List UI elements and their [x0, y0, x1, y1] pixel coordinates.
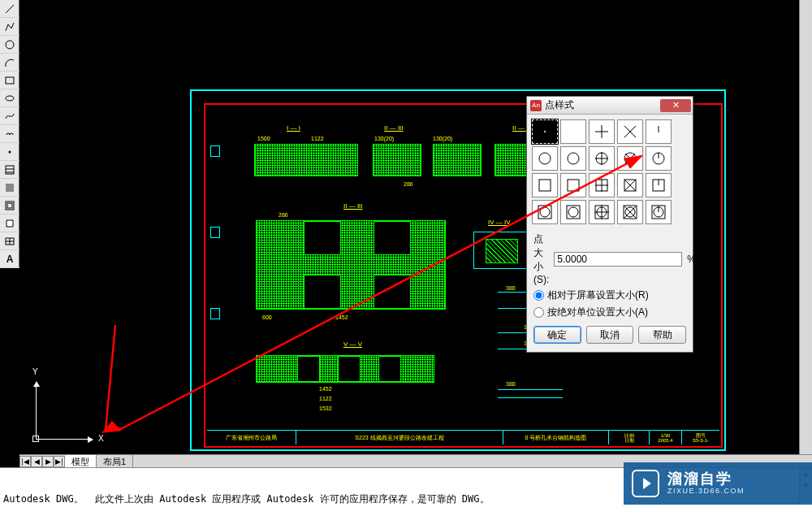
dialog-titlebar[interactable]: An 点样式 ✕ [527, 97, 693, 115]
rectangle-tool[interactable] [0, 72, 19, 89]
point-size-input[interactable] [554, 252, 682, 267]
circle-tool[interactable] [0, 36, 19, 54]
dim: 1452 [335, 314, 348, 320]
region-tool[interactable] [0, 197, 19, 215]
point-style-grid [527, 115, 693, 229]
tab-model[interactable]: 模型 [65, 455, 97, 468]
dim: 130(20) [433, 136, 452, 141]
vertical-scrollbar[interactable] [799, 0, 812, 454]
watermark: 溜溜自学 ZIXUE.3D66.COM [624, 462, 812, 505]
point-style-tick[interactable] [646, 119, 672, 144]
point-style-both-tick[interactable] [646, 200, 672, 224]
point-style-square-x[interactable] [617, 173, 643, 197]
app-icon: An [530, 100, 542, 111]
dim: 286 [279, 212, 288, 218]
point-style-square-plus[interactable] [589, 173, 615, 197]
svg-point-3 [6, 96, 14, 101]
section-label-II: II — III [384, 124, 404, 132]
revcloud-tool[interactable] [0, 125, 19, 143]
svg-point-44 [568, 207, 578, 217]
ucs-x-label: X [98, 434, 104, 443]
section-block-2 [373, 144, 421, 176]
left-revision-strip [205, 121, 246, 418]
point-style-plus[interactable] [589, 119, 615, 144]
point-style-circle-x[interactable] [617, 146, 643, 171]
point-style-square[interactable] [532, 173, 558, 197]
ellipse-tool[interactable] [0, 89, 19, 107]
cancel-button[interactable]: 取消 [586, 326, 634, 344]
line-tool[interactable] [0, 0, 19, 18]
svg-marker-11 [6, 220, 13, 227]
point-size-unit: % [687, 254, 696, 265]
section-label-V: V — V [343, 340, 362, 348]
svg-rect-10 [7, 203, 12, 208]
section-label-IIIb: II — III [343, 202, 363, 210]
point-style-square-empty[interactable] [560, 173, 586, 197]
point-style-circle-empty[interactable] [560, 146, 586, 171]
section-block-IV [473, 232, 530, 269]
dim: 286 [404, 181, 413, 187]
point-style-both-empty[interactable] [560, 200, 586, 224]
radio-absolute-label: 按绝对单位设置大小(A) [547, 306, 648, 319]
svg-rect-31 [539, 180, 551, 191]
titleblock-sheet: 0 号桥孔承台钢筋构造图 [503, 431, 609, 444]
close-icon[interactable]: ✕ [660, 99, 691, 112]
titleblock-proj: S223 线揭西至河婆段公路改建工程 [296, 431, 503, 444]
svg-point-42 [540, 207, 550, 217]
point-style-none[interactable] [560, 119, 586, 144]
dialog-title: 点样式 [545, 98, 574, 112]
point-style-x[interactable] [617, 119, 643, 144]
svg-point-21 [539, 153, 551, 164]
tab-nav-next[interactable]: ▶ [42, 456, 54, 467]
point-style-circle-tick[interactable] [646, 146, 672, 171]
tab-layout1[interactable]: 布局1 [97, 455, 133, 468]
hatch-tool[interactable] [0, 161, 19, 179]
watermark-text-en: ZIXUE.3D66.COM [667, 488, 745, 496]
section-label-I: I — I [287, 124, 300, 132]
watermark-logo-icon [632, 470, 659, 497]
svg-rect-8 [6, 184, 14, 192]
tab-nav-prev[interactable]: ◀ [31, 456, 42, 467]
section-block-1 [254, 144, 358, 176]
section-block-H [256, 220, 446, 310]
watermark-text-cn: 溜溜自学 [667, 471, 745, 488]
svg-rect-2 [6, 77, 14, 84]
radio-relative-label: 相对于屏幕设置大小(R) [547, 288, 649, 302]
point-style-both-x[interactable] [617, 200, 643, 224]
gradient-tool[interactable] [0, 179, 19, 197]
arc-tool[interactable] [0, 54, 19, 72]
draw-toolbar: A [0, 0, 19, 268]
radio-relative[interactable] [533, 290, 544, 301]
svg-point-1 [6, 41, 14, 49]
table-tool[interactable] [0, 232, 19, 250]
ok-button[interactable]: 确定 [533, 326, 581, 344]
svg-point-4 [9, 150, 11, 153]
radio-absolute[interactable] [533, 307, 544, 318]
point-tool[interactable] [0, 143, 19, 161]
spline-tool[interactable] [0, 107, 19, 125]
dim: 1500 [257, 136, 270, 141]
svg-rect-32 [568, 180, 579, 191]
svg-point-15 [544, 131, 546, 132]
svg-line-0 [6, 5, 14, 13]
point-style-both[interactable] [532, 200, 558, 224]
tab-nav-first[interactable]: |◀ [19, 456, 31, 467]
dim: 130(20) [374, 136, 394, 141]
point-style-square-tick[interactable] [646, 173, 672, 197]
ucs-y-label: Y [32, 367, 38, 376]
point-style-circle-plus[interactable] [589, 146, 615, 171]
mtext-tool[interactable]: A [0, 250, 19, 268]
section-block-V [256, 355, 434, 383]
svg-point-22 [568, 153, 579, 164]
polyline-tool[interactable] [0, 18, 19, 36]
help-button[interactable]: 帮助 [638, 326, 686, 344]
wipeout-tool[interactable] [0, 215, 19, 232]
section-block-3 [433, 144, 482, 176]
point-style-dialog: An 点样式 ✕ [526, 96, 693, 353]
point-size-label: 点大小(S): [533, 232, 549, 285]
point-style-both-plus[interactable] [589, 200, 615, 224]
tab-nav-last[interactable]: ▶| [54, 456, 65, 467]
point-style-dot[interactable] [532, 119, 558, 144]
point-style-circle[interactable] [532, 146, 558, 171]
titleblock-org: 广东省潮州市公路局 [207, 431, 296, 444]
